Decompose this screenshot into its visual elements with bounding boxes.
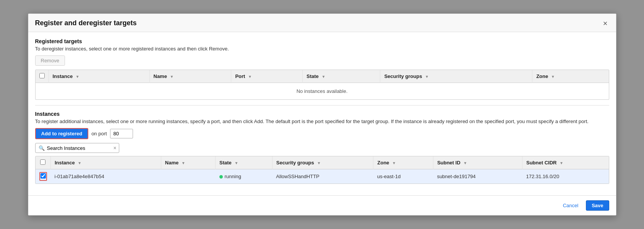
registered-col-port: Port ▼	[231, 70, 303, 83]
no-instances-row: No instances available.	[36, 83, 609, 100]
inst-state-sort-icon: ▼	[234, 161, 238, 165]
registered-targets-table-container: Instance ▼ Name ▼ Port ▼ State ▼ Securit…	[35, 70, 609, 100]
name-sort-icon: ▼	[170, 75, 174, 79]
registered-select-all-checkbox[interactable]	[39, 73, 45, 78]
row-instance-id: i-01ab71a8e4e847b54	[51, 169, 161, 184]
save-button[interactable]: Save	[586, 200, 609, 211]
search-icon: 🔍	[39, 145, 45, 151]
inst-security-sort-icon: ▼	[317, 161, 321, 165]
instances-col-state: State ▼	[216, 156, 273, 169]
registered-col-security-groups: Security groups ▼	[380, 70, 532, 83]
instances-select-all-checkbox[interactable]	[40, 159, 45, 165]
registered-col-state: State ▼	[303, 70, 380, 83]
instances-header-row: Instance ▼ Name ▼ State ▼ Security group…	[36, 156, 609, 169]
registered-targets-title: Registered targets	[35, 38, 609, 44]
modal-overlay: Register and deregister targets × Regist…	[0, 0, 644, 229]
instances-col-subnet-cidr: Subnet CIDR ▼	[522, 156, 609, 169]
row-checkbox-cell	[36, 169, 51, 184]
search-input[interactable]	[47, 145, 111, 151]
search-bar: 🔍 ×	[35, 143, 119, 153]
inst-zone-sort-icon: ▼	[392, 161, 396, 165]
port-label: on port	[91, 131, 107, 136]
instances-title: Instances	[35, 111, 609, 117]
inst-name-sort-icon: ▼	[182, 161, 185, 165]
inst-subnet-sort-icon: ▼	[463, 161, 467, 165]
port-sort-icon: ▼	[248, 75, 252, 79]
instances-col-checkbox	[36, 156, 51, 169]
remove-button[interactable]: Remove	[35, 55, 65, 66]
row-checkbox[interactable]	[41, 173, 46, 179]
inst-instance-sort-icon: ▼	[78, 161, 81, 165]
port-input[interactable]	[110, 129, 133, 138]
modal-header: Register and deregister targets ×	[28, 14, 616, 32]
instances-col-zone: Zone ▼	[373, 156, 433, 169]
add-to-registered-button[interactable]: Add to registered	[35, 128, 89, 139]
instances-col-subnet-id: Subnet ID ▼	[433, 156, 522, 169]
registered-targets-description: To deregister instances, select one or m…	[35, 46, 609, 52]
instances-table-container: Instance ▼ Name ▼ State ▼ Security group…	[35, 156, 609, 184]
instances-table: Instance ▼ Name ▼ State ▼ Security group…	[36, 156, 609, 184]
row-subnet-id: subnet-de191794	[433, 169, 522, 184]
registered-col-zone: Zone ▼	[532, 70, 609, 83]
add-row: Add to registered on port	[35, 128, 609, 139]
row-state: running	[216, 169, 273, 184]
registered-col-checkbox	[36, 70, 49, 83]
modal-footer: Cancel Save	[28, 195, 616, 215]
security-sort-icon: ▼	[425, 75, 429, 79]
table-row[interactable]: i-01ab71a8e4e847b54 running AllowSSHandH…	[36, 169, 609, 184]
instances-description: To register additional instances, select…	[35, 119, 609, 124]
registered-targets-table: Instance ▼ Name ▼ Port ▼ State ▼ Securit…	[36, 70, 609, 99]
state-sort-icon: ▼	[321, 75, 325, 79]
section-divider	[35, 105, 609, 106]
instances-col-name: Name ▼	[161, 156, 215, 169]
close-button[interactable]: ×	[602, 19, 609, 27]
zone-sort-icon: ▼	[551, 75, 555, 79]
row-name	[161, 169, 215, 184]
registered-targets-section: Registered targets To deregister instanc…	[35, 38, 609, 100]
cancel-button[interactable]: Cancel	[559, 201, 582, 210]
modal-dialog: Register and deregister targets × Regist…	[28, 13, 616, 216]
modal-title: Register and deregister targets	[35, 19, 137, 27]
modal-body: Registered targets To deregister instanc…	[28, 32, 616, 195]
instance-sort-icon: ▼	[76, 75, 79, 79]
instances-col-security-groups: Security groups ▼	[272, 156, 373, 169]
inst-cidr-sort-icon: ▼	[560, 161, 563, 165]
registered-targets-header-row: Instance ▼ Name ▼ Port ▼ State ▼ Securit…	[36, 70, 609, 83]
instances-col-instance: Instance ▼	[51, 156, 161, 169]
no-instances-message: No instances available.	[36, 83, 609, 100]
checkbox-highlight	[39, 172, 47, 181]
status-dot	[219, 175, 223, 179]
row-security-groups: AllowSSHandHTTP	[272, 169, 373, 184]
row-subnet-cidr: 172.31.16.0/20	[522, 169, 609, 184]
registered-col-instance: Instance ▼	[49, 70, 149, 83]
registered-col-name: Name ▼	[149, 70, 231, 83]
row-zone: us-east-1d	[373, 169, 433, 184]
instances-section: Instances To register additional instanc…	[35, 111, 609, 184]
clear-search-icon[interactable]: ×	[114, 145, 117, 151]
